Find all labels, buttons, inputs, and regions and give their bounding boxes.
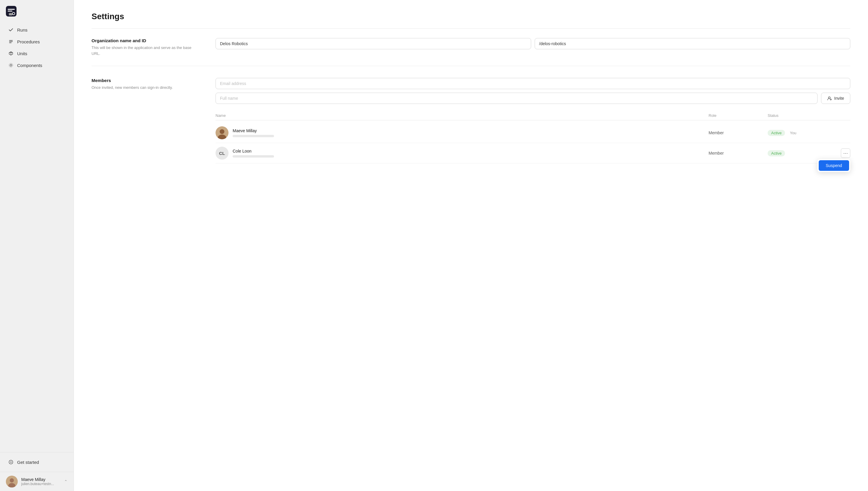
play-icon [8, 459, 13, 465]
avatar [6, 475, 18, 488]
svg-point-4 [13, 13, 15, 15]
members-section-desc: Once invited, new members can sign-in di… [91, 85, 192, 91]
member-name: Cole Loon [233, 149, 274, 153]
sidebar-item-runs[interactable]: Runs [2, 24, 71, 35]
col-actions [827, 113, 850, 118]
main-content: Settings Organization name and ID This w… [74, 0, 868, 491]
more-options-button[interactable]: ⋯ [841, 148, 850, 158]
sidebar-bottom: Get started [0, 452, 74, 472]
sidebar: Runs Procedures Units [0, 0, 74, 491]
svg-rect-6 [9, 13, 10, 14]
members-section-info: Members Once invited, new members can si… [91, 78, 192, 164]
box-icon [8, 51, 13, 56]
member-name: Maeve Millay [233, 128, 274, 133]
suspend-button[interactable]: Suspend [819, 160, 849, 171]
you-label: You [790, 131, 796, 135]
role-cell: Member [708, 131, 767, 135]
status-badge: Active [767, 130, 785, 136]
sidebar-item-label-procedures: Procedures [17, 39, 40, 44]
org-inputs [216, 38, 850, 49]
dropdown-menu: Suspend [817, 159, 850, 172]
svg-point-13 [10, 64, 12, 66]
members-section-controls: Invite Name Role Status [216, 78, 850, 164]
user-name: Maeve Millay [21, 477, 60, 482]
members-table: Name Role Status [216, 111, 850, 164]
col-name: Name [216, 113, 708, 118]
sidebar-item-label-components: Components [17, 63, 42, 68]
sidebar-item-components[interactable]: Components [2, 60, 71, 71]
sidebar-item-units[interactable]: Units [2, 48, 71, 59]
avatar [216, 126, 228, 139]
user-email: julien.buteau+testn... [21, 482, 60, 486]
components-icon [8, 63, 13, 68]
action-cell: ⋯ Suspend [827, 148, 850, 158]
person-add-icon [827, 96, 832, 100]
title-divider [91, 28, 850, 29]
table-header: Name Role Status [216, 111, 850, 120]
sidebar-item-label-units: Units [17, 51, 27, 56]
col-status: Status [767, 113, 827, 118]
table-row: CL Cole Loon Member Active ⋯ [216, 143, 850, 164]
svg-point-20 [829, 97, 830, 98]
svg-point-24 [220, 129, 224, 134]
member-info: Maeve Millay [233, 128, 274, 137]
logo-area [0, 0, 74, 21]
member-cell: CL Cole Loon [216, 147, 708, 160]
svg-rect-10 [9, 42, 11, 43]
org-section-info: Organization name and ID This will be sh… [91, 38, 192, 56]
member-cell: Maeve Millay [216, 126, 708, 139]
svg-marker-16 [11, 461, 12, 463]
svg-rect-8 [9, 40, 13, 41]
org-name-input[interactable] [216, 38, 531, 49]
check-icon [8, 27, 13, 32]
org-slug-input[interactable] [535, 38, 850, 49]
svg-rect-2 [8, 11, 12, 11]
user-profile[interactable]: Maeve Millay julien.buteau+testn... ⌃ [0, 472, 74, 491]
status-badge: Active [767, 150, 785, 156]
invite-button[interactable]: Invite [821, 93, 850, 104]
svg-rect-1 [8, 9, 15, 10]
sidebar-item-label-runs: Runs [17, 27, 27, 32]
svg-point-18 [10, 478, 14, 483]
user-info: Maeve Millay julien.buteau+testn... [21, 477, 60, 486]
sidebar-item-procedures[interactable]: Procedures [2, 36, 71, 47]
status-cell: Active You [767, 130, 827, 136]
col-role: Role [708, 113, 767, 118]
svg-rect-9 [9, 41, 13, 42]
invite-row: Invite [216, 93, 850, 104]
full-name-input[interactable] [216, 93, 817, 104]
app-logo [6, 6, 17, 17]
members-section: Members Once invited, new members can si… [91, 78, 850, 173]
org-section: Organization name and ID This will be sh… [91, 38, 850, 66]
sidebar-nav: Runs Procedures Units [0, 21, 74, 452]
status-cell: Active [767, 150, 827, 156]
page-title: Settings [91, 12, 850, 21]
table-row: Maeve Millay Member Active You [216, 123, 850, 143]
member-info: Cole Loon [233, 149, 274, 157]
avatar: CL [216, 147, 228, 160]
members-section-title: Members [91, 78, 192, 83]
org-section-desc: This will be shown in the application an… [91, 45, 192, 56]
org-section-title: Organization name and ID [91, 38, 192, 43]
invite-button-label: Invite [834, 96, 844, 100]
svg-rect-5 [9, 13, 12, 16]
list-icon [8, 39, 13, 44]
svg-point-14 [9, 63, 13, 67]
get-started-item[interactable]: Get started [2, 457, 71, 468]
member-bar [233, 135, 274, 137]
org-section-controls [216, 38, 850, 56]
email-input[interactable] [216, 78, 850, 89]
get-started-label: Get started [17, 460, 39, 465]
role-cell: Member [708, 151, 767, 155]
svg-rect-7 [11, 13, 12, 14]
chevron-up-icon: ⌃ [64, 479, 67, 484]
member-bar [233, 155, 274, 157]
